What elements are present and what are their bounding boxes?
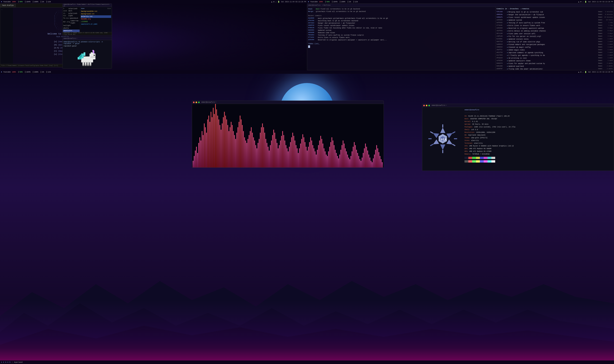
filemgr-header: Name Size	[81, 8, 111, 10]
viz-bar-168	[381, 159, 381, 168]
commit-row-3: 4496afe ● Fixes recent qutebrowser updat…	[496, 16, 613, 19]
tb-tag-4: 100%	[34, 1, 38, 3]
sidebar-ubuntu[interactable]: ubuntu	[63, 27, 80, 29]
topbar-right: ● Youtube 100% ▐ 59% ▐ 104% ▐ 100% ▐ 1% …	[307, 0, 614, 3]
tb-btag-1: 100%	[12, 71, 16, 73]
viz-bar-136	[345, 148, 346, 168]
file-readme[interactable]: README.org	[81, 18, 111, 20]
sidebar-twilight[interactable]: twilight	[63, 25, 80, 27]
swatch-12	[476, 160, 480, 163]
viz-bar-135	[344, 143, 345, 168]
swatch-11	[472, 160, 476, 163]
viz-bar-9	[203, 135, 204, 168]
viz-bar-96	[300, 143, 301, 168]
viz-bar-160	[372, 162, 373, 168]
nf-max-btn[interactable]	[428, 105, 430, 106]
swatch-4	[476, 157, 480, 159]
nf-min-btn[interactable]	[426, 105, 427, 106]
viz-min-btn[interactable]	[195, 102, 197, 103]
swatch-16	[491, 160, 495, 163]
viz-bar-74	[276, 139, 276, 168]
viz-bar-133	[342, 145, 342, 168]
qute-tab-label: Tech Profile	[2, 5, 14, 6]
viz-bar-138	[347, 155, 348, 168]
viz-bar-165	[377, 148, 378, 168]
viz-bar-49	[248, 139, 248, 168]
nf-logo: nix	[424, 108, 462, 169]
col-size: Size	[107, 8, 111, 10]
viz-bar-16	[210, 112, 211, 168]
win-title-text: emmet@snowfire /home/emmet/.dotfiles/the…	[63, 4, 111, 7]
viz-bar-116	[322, 143, 323, 168]
gitlog-window: emmet@snowfire: ~/dotfiles Head: main Fi…	[307, 3, 614, 71]
viz-bar-104	[309, 142, 310, 168]
viz-bar-38	[235, 139, 236, 168]
nav-home[interactable]: ~	[1, 9, 12, 11]
viz-bar-93	[297, 148, 298, 168]
viz-bar-99	[304, 137, 304, 168]
sidebar-flock[interactable]: f-locksolarized-dark	[63, 8, 80, 12]
viz-bar-119	[326, 155, 327, 168]
swatch-10	[468, 160, 472, 163]
nf-color-swatches	[464, 157, 613, 159]
viz-bar-106	[311, 141, 312, 168]
viz-bar-111	[317, 150, 318, 168]
sidebar-uwunicorn[interactable]: uwunicorn	[63, 29, 80, 32]
commit-row-16: e011f28 ● Improved comment on agenda syn…	[496, 52, 613, 54]
viz-bar-77	[279, 145, 280, 168]
commit-row-20: b00d378 ● Fixes for waybar and patched c…	[496, 62, 613, 65]
sidebar-reorg[interactable]: RE=.orgtomorrow-night	[63, 20, 80, 25]
file-bg256[interactable]: background256.txt	[81, 10, 111, 13]
viz-content	[192, 104, 384, 168]
git-left-panel: Head: main Fixed all screenshots to be o…	[307, 7, 496, 70]
viz-bar-82	[284, 141, 285, 168]
viz-bar-78	[280, 141, 281, 168]
rc-row-1: dee0888 main gitea/main gitlab/main gith…	[308, 17, 494, 20]
file-bg[interactable]: background.txt	[81, 13, 111, 15]
sidebar-itnix[interactable]: it-nixsolarized-light	[63, 12, 80, 17]
todos-cursor[interactable]: TODOs (14)_	[308, 43, 494, 45]
tb-rtag-6: 11%	[355, 1, 358, 3]
tb-title-bottom: Youtube	[3, 71, 11, 73]
viz-bar-126	[334, 145, 335, 168]
nf-os: OS: NixOS 23.11.20231192.fa880ad (Tapir)…	[464, 115, 613, 117]
git-spacer	[308, 13, 494, 15]
commit-row-9: 5b7c198 ● Fixes qemu user session uefi E…	[496, 32, 613, 35]
viz-bar-29	[225, 116, 226, 168]
rc-row-4: 44b0fe9Fixes recent qutebrowser update i…	[308, 25, 494, 27]
nf-username-line: emmet@snowfire	[464, 108, 613, 111]
nf-info-panel: emmet@snowfire -------------- OS: NixOS …	[464, 108, 613, 169]
viz-bar-129	[337, 156, 338, 168]
topbar-left: ● Youtube 100% ▐ 99% ▐ 104% ▐ 100% ▐ 1% …	[0, 0, 307, 3]
tb-tag-1: 100%	[12, 1, 16, 3]
viz-bar-21	[216, 109, 217, 168]
svg-rect-18	[84, 52, 85, 56]
viz-bar-19	[214, 114, 215, 168]
nf-title-label: emmet@snowfire:~	[432, 104, 447, 106]
tb-btag-2: 59%	[19, 71, 23, 73]
filemgr-titlebar: emmet@snowfire /home/emmet/.dotfiles/the…	[63, 4, 112, 7]
svg-marker-29	[440, 144, 445, 150]
rc-row-2: ef0c5daSwitching back to gh as screensho…	[308, 20, 494, 22]
bottom-statusbar: 1 2 3 4 5 | Hyprland	[0, 361, 614, 364]
commit-row-18: df4eee9 ● 3d printing is cool Emmet 1 we…	[496, 57, 613, 60]
qute-tab-tech[interactable]: Tech Profile	[0, 4, 16, 7]
nf-titlebar: emmet@snowfire:~	[422, 104, 614, 107]
svg-line-41	[452, 132, 455, 133]
viz-bar-115	[321, 139, 322, 168]
nf-close-btn[interactable]	[423, 105, 425, 106]
rc-row-7: a956dd0Removed some bloat	[308, 32, 494, 34]
viz-bar-84	[287, 148, 288, 168]
viz-bar-100	[305, 142, 305, 168]
tb-icons-right: ▲ ▼ ♪ 🔋	[578, 1, 587, 3]
viz-max-btn[interactable]	[198, 102, 200, 103]
viz-bar-130	[338, 158, 339, 168]
tb-time-bottom: Sat 2023-11-04 02:13:20 PM	[588, 71, 613, 73]
cursor-block	[308, 45, 310, 48]
file-yaml[interactable]: uwunicorn-yt.yaml	[81, 23, 111, 26]
file-polarity[interactable]: polarity.txt	[81, 15, 111, 18]
sidebar-fmnix[interactable]: fm-nixspaceduck	[63, 17, 80, 20]
viz-bar-164	[376, 145, 377, 168]
file-license[interactable]: LICENSE	[81, 20, 111, 23]
viz-close-btn[interactable]	[193, 102, 195, 103]
